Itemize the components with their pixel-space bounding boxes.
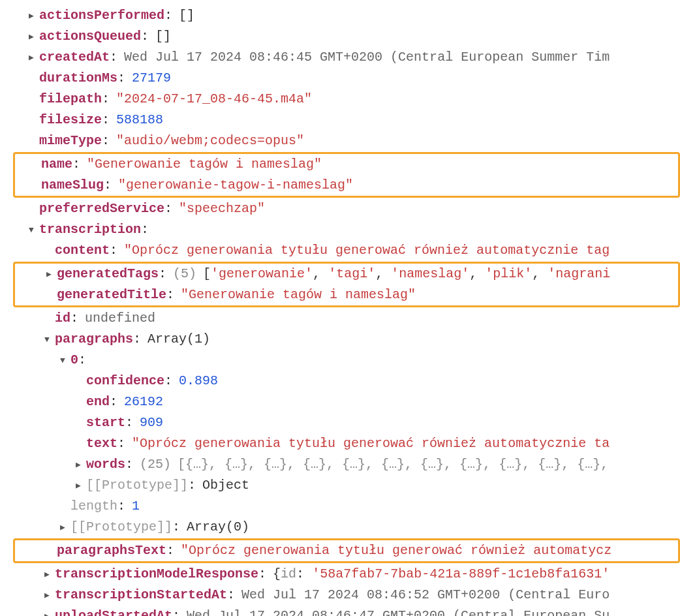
prop-generatedTitle-row[interactable]: ▶ generatedTitle:"Generowanie tagów i na… [15, 285, 675, 305]
prop-value: Wed Jul 17 2024 08:46:52 GMT+0200 (Centr… [241, 585, 610, 606]
collapse-arrow-icon[interactable]: ▼ [44, 333, 55, 347]
prop-key: start [86, 412, 125, 433]
prop-id-row[interactable]: ▶ id:undefined [13, 308, 680, 329]
prop-filepath-row[interactable]: ▶ filepath:"2024-07-17_08-46-45.m4a" [13, 89, 680, 110]
prop-prototype-row[interactable]: ▶ [[Prototype]]:Array(0) [13, 517, 680, 538]
array-type: Array(1) [147, 329, 210, 350]
prop-key: durationMs [39, 68, 117, 89]
prop-transcriptionStartedAt-row[interactable]: ▶ transcriptionStartedAt:Wed Jul 17 2024… [13, 585, 680, 606]
prop-content-row[interactable]: ▶ content:"Oprócz generowania tytułu gen… [13, 240, 680, 261]
prop-createdAt-row[interactable]: ▶ createdAt:Wed Jul 17 2024 08:46:45 GMT… [13, 47, 680, 68]
prop-value: "Oprócz generowania tytułu generować rów… [181, 540, 611, 561]
prop-value: "Oprócz generowania tytułu generować rów… [124, 240, 610, 261]
collapse-arrow-icon[interactable]: ▼ [29, 224, 39, 238]
prop-key: generatedTags [57, 264, 159, 285]
prop-key: paragraphsText [57, 540, 166, 561]
prop-value: [] [179, 5, 194, 26]
expand-arrow-icon[interactable]: ▶ [76, 480, 86, 493]
prop-value: undefined [85, 308, 155, 329]
prop-key: uploadStartedAt [55, 606, 172, 616]
expand-arrow-icon[interactable]: ▶ [46, 268, 57, 282]
expand-arrow-icon[interactable]: ▶ [76, 459, 86, 472]
prop-transcription-row[interactable]: ▼ transcription: [13, 219, 680, 240]
array-count: (5) [173, 264, 196, 285]
object-preview: {id: '58a7fab7-7bab-421a-889f-1c1eb8fa16… [273, 564, 610, 585]
prop-key: nameSlug [41, 175, 104, 196]
prop-name-row[interactable]: ▶ name:"Generowanie tagów i nameslag" [15, 154, 675, 175]
expand-arrow-icon[interactable]: ▶ [29, 31, 39, 44]
array-preview: ['generowanie', 'tagi', 'nameslag', 'pli… [203, 264, 610, 285]
prop-mimeType-row[interactable]: ▶ mimeType:"audio/webm;codecs=opus" [13, 131, 680, 151]
prop-key: preferredService [39, 198, 164, 219]
prop-value: 0.898 [179, 371, 218, 392]
collapse-arrow-icon[interactable]: ▼ [60, 354, 70, 368]
prop-value: "Oprócz generowania tytułu generować rów… [132, 433, 610, 454]
prop-uploadStartedAt-row[interactable]: ▶ uploadStartedAt:Wed Jul 17 2024 08:46:… [13, 606, 680, 616]
expand-arrow-icon[interactable]: ▶ [44, 568, 55, 582]
prop-value: 588188 [116, 110, 163, 131]
prop-start-row[interactable]: ▶ start:909 [13, 412, 680, 433]
prop-value: Array(0) [187, 517, 249, 538]
prop-value: Object [202, 475, 249, 496]
prop-key: transcriptionModelResponse [55, 564, 258, 585]
prop-key: confidence [86, 371, 164, 392]
prop-key: end [86, 392, 110, 412]
prop-paragraphs-row[interactable]: ▼ paragraphs:Array(1) [13, 329, 680, 350]
prop-key: id [55, 308, 70, 329]
prop-value: Wed Jul 17 2024 08:46:47 GMT+0200 (Centr… [187, 606, 610, 616]
prop-preferredService-row[interactable]: ▶ preferredService:"speechzap" [13, 198, 680, 219]
prop-value: 26192 [124, 392, 163, 412]
prop-key: text [86, 433, 117, 454]
expand-arrow-icon[interactable]: ▶ [44, 589, 55, 603]
array-count: (25) [140, 454, 171, 475]
expand-arrow-icon[interactable]: ▶ [29, 10, 39, 23]
prop-filesize-row[interactable]: ▶ filesize:588188 [13, 110, 680, 131]
prop-value: Wed Jul 17 2024 08:46:45 GMT+0200 (Centr… [124, 47, 610, 68]
prop-key: filepath [39, 89, 102, 110]
prop-key: createdAt [39, 47, 110, 68]
expand-arrow-icon[interactable]: ▶ [44, 610, 55, 616]
prop-key: words [86, 454, 125, 475]
prop-key: mimeType [39, 131, 102, 151]
prop-key: actionsPerformed [39, 5, 164, 26]
prop-value: "speechzap" [179, 198, 265, 219]
prop-value: [] [155, 26, 171, 47]
prop-value: 1 [132, 496, 140, 517]
prop-value: "Generowanie tagów i nameslag" [181, 285, 416, 305]
prop-key: content [55, 240, 110, 261]
prop-actionsPerformed-row[interactable]: ▶ actionsPerformed:[] [13, 5, 680, 26]
prop-key: transcription [39, 219, 141, 240]
prop-confidence-row[interactable]: ▶ confidence:0.898 [13, 371, 680, 392]
prop-key: [[Prototype]] [70, 517, 172, 538]
prop-key: name [41, 154, 72, 175]
array-preview: [{…}, {…}, {…}, {…}, {…}, {…}, {…}, {…},… [178, 454, 608, 475]
prop-words-row[interactable]: ▶ words:(25)[{…}, {…}, {…}, {…}, {…}, {…… [13, 454, 680, 475]
prop-actionsQueued-row[interactable]: ▶ actionsQueued:[] [13, 26, 680, 47]
prop-key: transcriptionStartedAt [55, 585, 227, 606]
prop-transcriptionModelResponse-row[interactable]: ▶ transcriptionModelResponse:{id: '58a7f… [13, 564, 680, 585]
prop-value: "generowanie-tagow-i-nameslag" [118, 175, 353, 196]
prop-key: filesize [39, 110, 102, 131]
console-object-tree: ▶ actionsPerformed:[] ▶ actionsQueued:[]… [13, 5, 680, 616]
expand-arrow-icon[interactable]: ▶ [29, 52, 39, 65]
highlight-name-block: ▶ name:"Generowanie tagów i nameslag" ▶ … [13, 152, 680, 198]
prop-prototype-row[interactable]: ▶ [[Prototype]]:Object [13, 475, 680, 496]
expand-arrow-icon[interactable]: ▶ [60, 521, 70, 535]
prop-paragraphs-0-row[interactable]: ▼ 0: [13, 350, 680, 371]
prop-durationMs-row[interactable]: ▶ durationMs:27179 [13, 68, 680, 89]
prop-value: "Generowanie tagów i nameslag" [87, 154, 322, 175]
prop-paragraphsText-row[interactable]: ▶ paragraphsText:"Oprócz generowania tyt… [15, 540, 675, 561]
prop-nameSlug-row[interactable]: ▶ nameSlug:"generowanie-tagow-i-nameslag… [15, 175, 675, 196]
highlight-generated-block: ▶ generatedTags:(5)['generowanie', 'tagi… [13, 262, 680, 307]
prop-generatedTags-row[interactable]: ▶ generatedTags:(5)['generowanie', 'tagi… [15, 264, 675, 285]
highlight-paragraphsText-block: ▶ paragraphsText:"Oprócz generowania tyt… [13, 538, 680, 563]
prop-value: "2024-07-17_08-46-45.m4a" [116, 89, 312, 110]
prop-length-row[interactable]: ▶ length:1 [13, 496, 680, 517]
prop-key: paragraphs [55, 329, 133, 350]
prop-value: 909 [140, 412, 163, 433]
prop-key: [[Prototype]] [86, 475, 188, 496]
prop-end-row[interactable]: ▶ end:26192 [13, 392, 680, 412]
prop-key: 0 [70, 350, 78, 371]
prop-key: generatedTitle [57, 285, 166, 305]
prop-text-row[interactable]: ▶ text:"Oprócz generowania tytułu genero… [13, 433, 680, 454]
